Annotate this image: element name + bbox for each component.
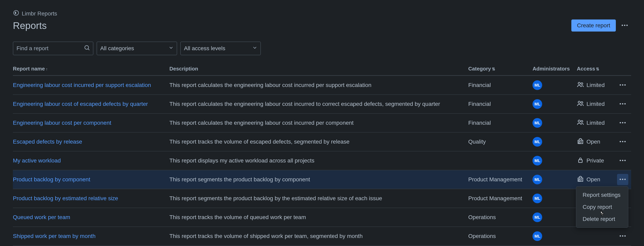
report-name-link[interactable]: Product backlog by estimated relative si… <box>13 195 118 201</box>
header-actions: Create report <box>571 19 631 32</box>
access-label: Limited <box>586 101 604 107</box>
svg-point-4 <box>85 46 88 49</box>
access-badge: Limited <box>577 119 614 127</box>
table-row: Escaped defects by releaseThis report tr… <box>13 132 631 151</box>
table-row: Product backlog by estimated relative si… <box>13 189 631 208</box>
column-header-access[interactable]: Access⇅ <box>577 63 617 76</box>
row-more-actions-button[interactable] <box>617 98 628 110</box>
svg-point-29 <box>620 160 621 161</box>
search-icon <box>82 43 92 54</box>
svg-point-2 <box>624 24 626 26</box>
report-description: This report tracks the volume of escaped… <box>170 132 468 151</box>
sort-asc-icon: ↑ <box>46 67 48 71</box>
svg-point-14 <box>622 103 624 105</box>
svg-point-19 <box>622 122 624 123</box>
report-description: This report segments the product backlog… <box>170 170 468 189</box>
sort-icon: ⇅ <box>596 67 599 71</box>
report-name-link[interactable]: Product backlog by component <box>13 176 90 183</box>
context-menu-item-delete[interactable]: Delete report <box>576 213 628 225</box>
column-header-category[interactable]: Category⇅ <box>468 63 532 76</box>
avatar[interactable]: ML <box>532 194 542 203</box>
access-badge: Private <box>577 156 614 165</box>
report-category: Product Management <box>468 170 532 189</box>
access-label: Open <box>586 176 600 183</box>
report-category: Operations <box>468 208 532 227</box>
svg-point-27 <box>624 141 626 142</box>
category-filter[interactable]: All categories <box>96 42 177 55</box>
row-more-actions-button[interactable] <box>617 80 628 91</box>
limited-icon <box>577 81 584 90</box>
table-row: Queued work per teamThis report tracks t… <box>13 208 631 227</box>
access-badge: Limited <box>577 100 614 109</box>
report-description: This report tracks the volume of queued … <box>170 208 468 227</box>
svg-rect-22 <box>579 141 580 144</box>
column-header-name[interactable]: Report name↑ <box>13 63 170 76</box>
column-header-administrators[interactable]: Administrators <box>532 63 577 76</box>
limited-icon <box>577 100 584 109</box>
access-badge: Open <box>577 137 614 146</box>
search-wrap <box>13 42 94 55</box>
svg-point-8 <box>620 84 621 86</box>
report-description: This report calculates the engineering l… <box>170 114 468 132</box>
svg-point-13 <box>620 103 621 105</box>
context-menu-item-copy[interactable]: Copy report <box>576 201 628 213</box>
svg-point-45 <box>620 235 621 237</box>
report-name-link[interactable]: Queued work per team <box>13 214 70 220</box>
row-more-actions-button[interactable] <box>617 117 628 128</box>
row-more-actions-button[interactable] <box>617 155 628 166</box>
search-input[interactable] <box>13 42 94 55</box>
table-header-row: Report name↑ Description Category⇅ Admin… <box>13 63 631 76</box>
report-name-link[interactable]: Engineering labour cost per component <box>13 120 111 126</box>
page-more-actions-button[interactable] <box>618 19 631 32</box>
column-header-description[interactable]: Description <box>170 63 468 76</box>
report-name-link[interactable]: Escaped defects by release <box>13 138 82 145</box>
report-category: Product Management <box>468 189 532 208</box>
more-horizontal-icon <box>621 21 629 30</box>
table-row: My active workloadThis report displays m… <box>13 151 631 170</box>
report-name-link[interactable]: My active workload <box>13 157 61 164</box>
avatar[interactable]: ML <box>532 231 542 241</box>
svg-point-46 <box>622 235 624 237</box>
svg-point-38 <box>624 179 626 180</box>
svg-line-5 <box>88 49 89 50</box>
access-label: Limited <box>586 120 604 126</box>
row-more-actions-button[interactable] <box>617 136 628 147</box>
row-more-actions-button[interactable] <box>617 231 628 242</box>
svg-point-31 <box>624 160 626 161</box>
row-more-actions-button[interactable] <box>617 174 628 185</box>
report-name-link[interactable]: Engineering labour cost of escaped defec… <box>13 101 148 107</box>
report-name-link[interactable]: Engineering labour cost incurred per sup… <box>13 82 151 88</box>
svg-point-26 <box>622 141 624 142</box>
avatar[interactable]: ML <box>532 137 542 147</box>
access-badge: Open <box>577 175 614 184</box>
svg-rect-33 <box>579 179 580 181</box>
svg-point-1 <box>622 24 623 26</box>
context-menu-item-settings[interactable]: Report settings <box>576 189 628 201</box>
table-row: Product backlog by componentThis report … <box>13 170 631 189</box>
svg-point-15 <box>624 103 626 105</box>
breadcrumb-app-name[interactable]: Limbr Reports <box>22 10 57 17</box>
svg-point-25 <box>620 141 621 142</box>
report-category: Quality <box>468 132 532 151</box>
avatar[interactable]: ML <box>532 156 542 165</box>
svg-point-20 <box>624 122 626 123</box>
more-horizontal-icon <box>619 137 627 146</box>
access-badge: Limited <box>577 81 614 90</box>
svg-point-36 <box>620 179 621 180</box>
avatar[interactable]: ML <box>532 80 542 90</box>
svg-point-11 <box>578 101 580 103</box>
avatar[interactable]: ML <box>532 213 542 222</box>
avatar[interactable]: ML <box>532 99 542 109</box>
avatar[interactable]: ML <box>532 118 542 128</box>
create-report-button[interactable]: Create report <box>571 19 616 31</box>
svg-point-17 <box>581 121 583 122</box>
report-name-link[interactable]: Shipped work per team by month <box>13 233 96 239</box>
svg-rect-28 <box>578 160 582 162</box>
report-description: This report calculates the engineering l… <box>170 76 468 95</box>
table-row: Engineering labour cost per componentThi… <box>13 114 631 132</box>
avatar[interactable]: ML <box>532 175 542 184</box>
page-header: Reports Create report <box>13 19 631 32</box>
category-filter-value: All categories <box>96 42 177 55</box>
more-horizontal-icon <box>619 100 627 109</box>
access-filter[interactable]: All access levels <box>180 42 261 55</box>
